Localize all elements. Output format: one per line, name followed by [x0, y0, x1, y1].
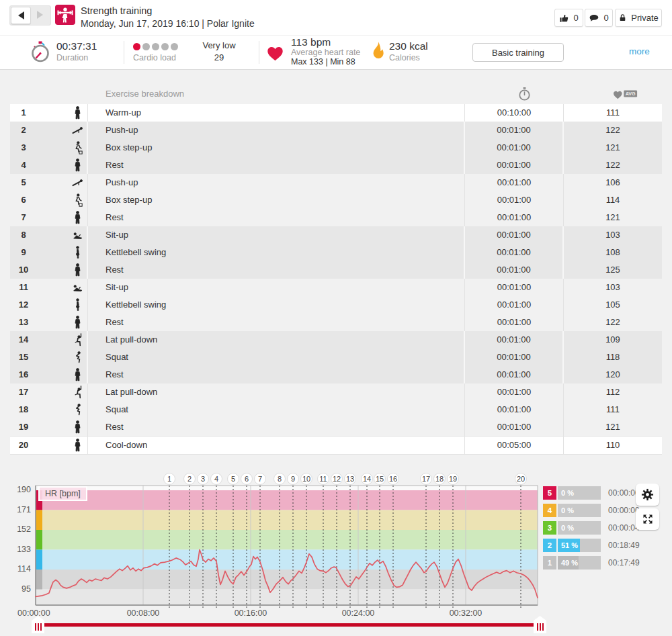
- heart-icon: [265, 43, 286, 62]
- summary-stats-bar: 00:37:31 Duration Cardio load Very low 2…: [0, 35, 672, 70]
- row-number: 3: [10, 139, 37, 156]
- exercise-icon-person: [72, 439, 83, 452]
- hr-zone-band-1: [36, 570, 538, 589]
- exercise-name: Rest: [106, 422, 124, 432]
- exercise-duration: 00:10:00: [497, 107, 532, 118]
- y-tick-label: 152: [0, 525, 31, 534]
- table-row: 4 Rest 00:01:00 122: [10, 156, 662, 174]
- row-number: 5: [10, 174, 37, 191]
- exercise-name: Squat: [106, 352, 128, 362]
- comment-button[interactable]: 0: [585, 9, 613, 27]
- comment-icon: [589, 13, 599, 23]
- hr-zone-row-3: 3 0 % 00:00:04: [543, 521, 640, 535]
- exercise-icon-kettlebell: [72, 246, 83, 259]
- table-row: 17 Lat pull-down 00:01:00 112: [10, 383, 662, 401]
- row-number: 10: [10, 261, 37, 279]
- cardio-load-label: Cardio load: [133, 53, 176, 62]
- hr-zone-row-5: 5 0 % 00:00:00: [543, 486, 640, 500]
- phase-marker-label: 16: [389, 475, 397, 483]
- exercise-icon-person: [72, 158, 83, 172]
- timeline-scrollbar[interactable]: [38, 623, 540, 627]
- zone-percent: 49 %: [558, 559, 578, 567]
- privacy-button[interactable]: Private: [615, 9, 662, 27]
- zone-percent: 51 %: [558, 541, 578, 549]
- row-number: 11: [10, 279, 37, 296]
- exercise-avg-hr: 106: [605, 177, 620, 187]
- top-bar: Strength training Monday, Jun 17, 2019 1…: [0, 0, 672, 35]
- phase-marker-label: 1: [167, 475, 171, 483]
- exercise-name: Rest: [106, 369, 124, 379]
- phase-marker-label: 19: [449, 475, 457, 483]
- more-link[interactable]: more: [629, 46, 650, 56]
- band-above-zones: [36, 486, 538, 490]
- row-number: 20: [10, 437, 37, 454]
- exercise-name: Sit-up: [106, 282, 128, 292]
- table-row: 2 Push-up 00:01:00 122: [10, 122, 662, 139]
- zone-time: 00:00:04: [608, 521, 640, 535]
- row-number: 1: [10, 104, 37, 122]
- training-benefit-button[interactable]: Basic training: [472, 43, 564, 62]
- duration-column-icon: [517, 87, 532, 101]
- gear-icon: [640, 488, 655, 502]
- table-row: 14 Lat pull-down 00:01:00 109: [10, 331, 662, 349]
- forward-button[interactable]: [30, 7, 49, 23]
- exercise-duration: 00:01:00: [497, 125, 531, 135]
- exercise-avg-hr: 109: [605, 334, 620, 345]
- zone-time: 00:18:49: [608, 539, 640, 552]
- page-title: Strength training: [81, 5, 255, 17]
- zone-strip-4: [36, 510, 42, 529]
- expand-icon: [642, 513, 654, 525]
- band-below-zones: [36, 589, 538, 605]
- zone-percent: 0 %: [558, 506, 574, 514]
- comment-count: 0: [603, 13, 608, 23]
- phase-marker-label: 17: [422, 475, 430, 483]
- exercise-name: Lat pull-down: [106, 387, 157, 397]
- divider: [124, 41, 124, 64]
- exercise-duration: 00:01:00: [497, 387, 532, 397]
- exercise-duration: 00:01:00: [497, 334, 531, 345]
- exercise-duration: 00:01:00: [497, 369, 531, 379]
- grip-icon: [537, 623, 544, 631]
- exercise-icon-squat: [72, 403, 83, 416]
- phase-marker-label: 10: [302, 475, 310, 483]
- exercise-icon-kettlebell: [72, 298, 83, 312]
- exercise-name: Kettlebell swing: [106, 300, 166, 310]
- exercise-duration: 00:01:00: [497, 282, 532, 292]
- exercise-name: Squat: [106, 404, 128, 414]
- back-button[interactable]: [11, 7, 31, 24]
- y-tick-label: 114: [0, 564, 31, 574]
- exercise-name: Push-up: [106, 177, 138, 187]
- history-nav: [9, 5, 51, 26]
- exercise-icon-latpull: [72, 333, 83, 347]
- like-count: 0: [573, 13, 578, 23]
- row-number: 18: [10, 401, 37, 418]
- forward-arrow-icon: [37, 11, 43, 19]
- exercise-icon-person: [72, 420, 83, 434]
- row-number: 6: [10, 191, 37, 209]
- like-button[interactable]: 0: [554, 9, 583, 27]
- chart-settings-button[interactable]: [636, 484, 659, 506]
- hr-zone-row-2: 2 51 % 00:18:49: [543, 539, 640, 552]
- exercise-duration: 00:01:00: [497, 142, 531, 152]
- chart-fullscreen-button[interactable]: [636, 508, 659, 530]
- table-row: 5 Push-up 00:01:00 106: [10, 174, 662, 191]
- phase-marker-label: 4: [214, 475, 218, 483]
- exercise-icon-pushup: [72, 176, 83, 189]
- x-tick-label: 00:24:00: [342, 608, 375, 618]
- exercise-duration: 00:01:00: [497, 404, 532, 414]
- phase-marker-label: 11: [319, 475, 327, 483]
- svg-text:AVG: AVG: [626, 91, 636, 97]
- y-tick-label: 190: [0, 485, 31, 494]
- table-row: 10 Rest 00:01:00 125: [10, 261, 662, 279]
- table-row: 3 Box step-up 00:01:00 121: [10, 139, 662, 156]
- exercise-avg-hr: 122: [605, 317, 620, 327]
- cardio-load-value: 29: [196, 52, 242, 64]
- zone-strip-3: [36, 530, 42, 549]
- x-tick-label: 00:00:00: [17, 608, 50, 618]
- exercise-name: Lat pull-down: [106, 334, 157, 345]
- exercise-avg-hr: 121: [605, 142, 620, 152]
- exercise-icon-squat: [72, 351, 83, 364]
- exercise-name: Sit-up: [106, 230, 128, 240]
- table-row: 1 Warm-up 00:10:00 111: [10, 104, 662, 122]
- table-row: 19 Rest 00:01:00 121: [10, 418, 662, 436]
